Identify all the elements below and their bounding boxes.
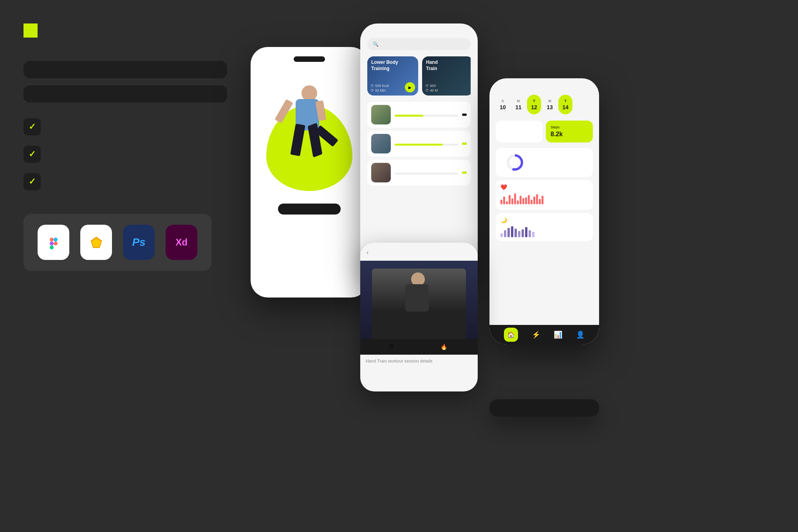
knee-badge — [462, 171, 467, 174]
check-icon-layers: ✓ — [29, 177, 36, 187]
today-item-pushup[interactable] — [367, 102, 471, 128]
green-stat-card: Steps 8.2k — [546, 121, 593, 142]
workout-stats-bar: ⏱ 🔥 — [360, 339, 478, 355]
athlete-image — [270, 78, 348, 187]
pushup-progress-bg — [395, 115, 458, 117]
card-quarantine — [489, 399, 599, 417]
headline-box-fitness — [23, 61, 227, 78]
phone-home: 🔍 Lower BodyTraining ▶ ⏱500 Kcal ⏱50 Min — [360, 23, 478, 274]
workout-cards-row: Lower BodyTraining ▶ ⏱500 Kcal ⏱50 Min H… — [367, 56, 471, 96]
phone-calendar: S 10 M 11 T 12 W 13 T 14 — [489, 78, 599, 344]
workout-details: Hand Train workout session details — [360, 355, 478, 367]
sketch-icon — [80, 225, 112, 260]
today-item-situp[interactable] — [367, 131, 471, 157]
sleep-icon: 🌙 — [500, 217, 507, 223]
svg-point-4 — [54, 242, 58, 245]
check-box-customizable: ✓ — [23, 146, 41, 163]
knee-progress-bg — [395, 173, 458, 175]
training-time-card — [496, 148, 593, 177]
workout-figure — [372, 269, 466, 339]
photoshop-icon: Ps — [123, 225, 155, 260]
cal-nav-home[interactable]: 🏠 — [504, 328, 518, 342]
situp-thumbnail — [371, 134, 391, 153]
workout-stat-burn: 🔥 — [441, 344, 450, 350]
logo-square — [23, 23, 38, 38]
figma-icon — [38, 225, 69, 260]
knee-thumbnail — [371, 163, 391, 182]
workout-card-hand-train[interactable]: HandTrain ⏱600 ⏱40 M — [422, 56, 471, 96]
search-icon: 🔍 — [373, 41, 379, 47]
phone-frame-onboarding — [251, 47, 368, 298]
pushup-info — [395, 113, 458, 117]
donut-chart — [505, 153, 525, 172]
svg-rect-0 — [50, 238, 54, 242]
cal-days-header: S 10 M 11 T 12 W 13 T 14 — [496, 95, 593, 114]
back-button[interactable]: ‹ — [367, 249, 368, 256]
phone-frame-workout: ‹ ⏱ 🔥 — [360, 243, 478, 391]
situp-progress-fill — [395, 144, 443, 146]
tools-row: Ps Xd — [23, 214, 211, 271]
xd-icon: Xd — [166, 225, 197, 260]
heart-rate-bars — [500, 193, 588, 204]
workout-card-label-lower: Lower BodyTraining — [371, 60, 398, 72]
today-plan-list — [367, 102, 471, 186]
check-icon-quality: ✓ — [29, 122, 36, 132]
workout-stat-time: ⏱ — [388, 344, 396, 350]
svg-rect-2 — [50, 242, 54, 245]
situp-progress-bg — [395, 144, 458, 146]
cal-day-wed[interactable]: W 13 — [543, 95, 557, 114]
phone-hero-area — [258, 66, 360, 191]
cal-nav-explore[interactable]: ⚡ — [532, 330, 540, 339]
svg-rect-1 — [54, 238, 58, 242]
phone-workout-bottom: ‹ ⏱ 🔥 — [360, 243, 478, 391]
calendar-content: S 10 M 11 T 12 W 13 T 14 — [489, 78, 599, 241]
search-bar[interactable]: 🔍 — [367, 38, 471, 50]
cal-day-sun[interactable]: S 10 — [496, 95, 510, 114]
report-cards: Steps 8.2k — [496, 121, 593, 142]
pushup-badge — [462, 114, 467, 116]
phone-notch — [294, 56, 325, 62]
check-box-layers: ✓ — [23, 173, 41, 190]
cal-nav-profile[interactable]: 👤 — [576, 330, 585, 339]
phone-frame-calendar: S 10 M 11 T 12 W 13 T 14 — [489, 78, 599, 344]
heart-icon: ❤️ — [500, 184, 507, 190]
workout-card-stats-lower: ⏱500 Kcal ⏱50 Min — [370, 84, 389, 92]
sleep-title: 🌙 — [500, 217, 588, 223]
cal-bottom-nav: 🏠 ⚡ 📊 👤 — [489, 325, 599, 344]
cal-day-thu[interactable]: T 14 — [558, 95, 572, 114]
get-started-button[interactable] — [278, 204, 341, 215]
pushup-thumbnail — [371, 105, 391, 124]
stat-cards-col: ❤️ — [496, 180, 593, 241]
knee-info — [395, 171, 458, 175]
pushup-progress-fill — [395, 115, 423, 117]
headline-box-app — [23, 85, 227, 103]
svg-rect-3 — [50, 245, 54, 249]
cal-nav-stats[interactable]: 📊 — [554, 330, 562, 339]
home-content: 🔍 Lower BodyTraining ▶ ⏱500 Kcal ⏱50 Min — [360, 23, 478, 274]
feature-quality: ✓ — [23, 118, 227, 135]
features-list: ✓ ✓ ✓ — [23, 118, 227, 190]
logo-row — [23, 23, 227, 38]
phone-frame-home: 🔍 Lower BodyTraining ▶ ⏱500 Kcal ⏱50 Min — [360, 23, 478, 274]
check-box-quality: ✓ — [23, 118, 41, 135]
heart-rate-title: ❤️ — [500, 184, 588, 190]
feature-layers: ✓ — [23, 173, 227, 190]
today-item-knee[interactable] — [367, 160, 471, 186]
feature-customizable: ✓ — [23, 146, 227, 163]
sleep-bars — [500, 226, 588, 237]
situp-badge — [462, 142, 467, 145]
play-button-lower[interactable]: ▶ — [405, 82, 415, 92]
heart-rate-card: ❤️ — [496, 180, 593, 210]
workout-card-lower-body[interactable]: Lower BodyTraining ▶ ⏱500 Kcal ⏱50 Min — [367, 56, 418, 96]
left-panel: ✓ ✓ ✓ — [23, 23, 227, 271]
cal-day-tue-active[interactable]: T 12 — [527, 95, 541, 114]
sleep-card: 🌙 — [496, 213, 593, 241]
workout-card-stats-hand: ⏱600 ⏱40 M — [425, 84, 438, 92]
cal-day-mon[interactable]: M 11 — [511, 95, 525, 114]
workout-header: ‹ — [360, 243, 478, 261]
workout-card-label-hand: HandTrain — [426, 60, 438, 72]
phone-onboarding — [251, 47, 368, 298]
check-icon-customizable: ✓ — [29, 149, 36, 159]
active-calories-card — [496, 121, 543, 142]
situp-info — [395, 142, 458, 146]
